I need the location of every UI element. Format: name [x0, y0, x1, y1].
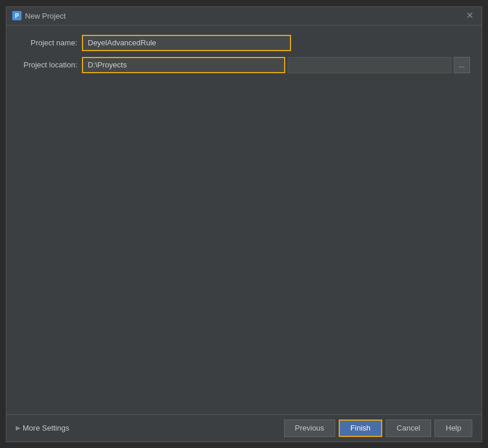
more-settings-label: More Settings — [23, 424, 69, 432]
dialog-content: Project name: Project location: ... — [6, 26, 482, 414]
project-name-input-wrap — [82, 35, 291, 51]
help-button[interactable]: Help — [435, 420, 472, 437]
previous-button[interactable]: Previous — [284, 420, 336, 437]
project-location-full-input[interactable] — [288, 57, 451, 73]
close-button[interactable]: ✕ — [464, 10, 476, 21]
title-bar: P New Project ✕ — [6, 7, 482, 26]
browse-button[interactable]: ... — [454, 57, 470, 73]
title-bar-left: P New Project — [12, 11, 66, 20]
project-name-row: Project name: — [18, 35, 470, 51]
app-icon: P — [12, 11, 21, 20]
project-location-input-wrap: ... — [82, 57, 470, 73]
more-settings-arrow-icon: ▶ — [16, 424, 20, 432]
project-location-input[interactable] — [82, 57, 285, 73]
dialog-title: New Project — [25, 12, 66, 20]
dialog-footer: ▶ More Settings Previous Finish Cancel H… — [6, 414, 482, 442]
project-name-label: Project name: — [18, 38, 82, 47]
cancel-button[interactable]: Cancel — [386, 420, 431, 437]
project-location-label: Project location: — [18, 60, 82, 69]
project-name-input[interactable] — [82, 35, 291, 51]
finish-button[interactable]: Finish — [339, 420, 382, 437]
project-location-row: Project location: ... — [18, 57, 470, 73]
more-settings-toggle[interactable]: ▶ More Settings — [16, 424, 69, 432]
footer-buttons: Previous Finish Cancel Help — [284, 420, 472, 437]
new-project-dialog: P New Project ✕ Project name: Project lo… — [6, 6, 482, 442]
